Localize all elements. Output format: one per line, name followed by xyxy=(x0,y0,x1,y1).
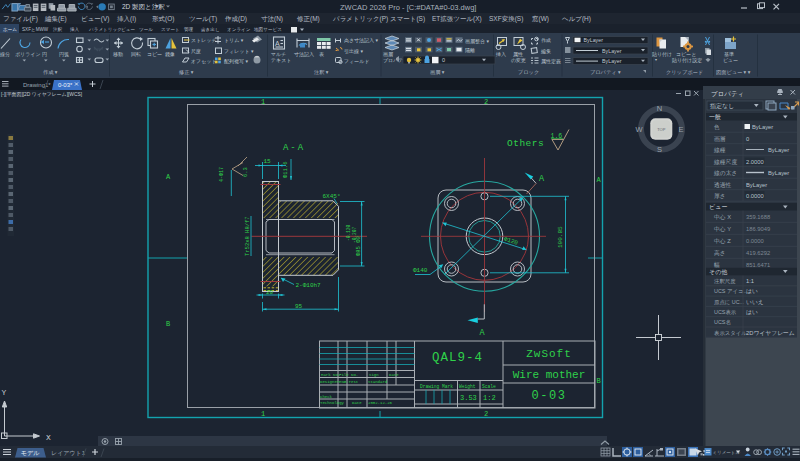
svg-text:一般: 一般 xyxy=(709,114,721,121)
svg-text:2002-12-26: 2002-12-26 xyxy=(368,401,393,405)
svg-text:コピーと: コピーと xyxy=(676,50,696,56)
svg-text:6.3: 6.3 xyxy=(242,167,249,177)
svg-text:N: N xyxy=(657,104,662,113)
svg-text:A: A xyxy=(596,176,601,184)
svg-text:画層整合 ▾: 画層整合 ▾ xyxy=(465,37,489,44)
svg-text:Wire mother: Wire mother xyxy=(513,369,586,381)
svg-text:A: A xyxy=(539,174,545,184)
svg-text:移動: 移動 xyxy=(113,50,123,57)
svg-text:線種: 線種 xyxy=(713,147,726,154)
svg-text:フィレット ▾: フィレット ▾ xyxy=(224,47,254,53)
svg-text:1:1: 1:1 xyxy=(746,278,754,284)
svg-text:ENG-Test: ENG-Test xyxy=(339,380,358,384)
svg-text:2: 2 xyxy=(484,98,488,106)
svg-text:0: 0 xyxy=(442,57,445,63)
svg-text:ByLayer: ByLayer xyxy=(584,37,604,43)
svg-text:尺度: 尺度 xyxy=(191,47,201,54)
svg-text:引出線 ▾: 引出線 ▾ xyxy=(344,47,363,54)
svg-text:コピー: コピー xyxy=(147,50,162,56)
svg-text:属性定義: 属性定義 xyxy=(541,57,561,64)
svg-text:3.53: 3.53 xyxy=(460,394,477,402)
svg-text:線種尺度: 線種尺度 xyxy=(713,159,737,166)
svg-text:画層 ▾: 画層 ▾ xyxy=(430,68,445,75)
svg-text:Sign: Sign xyxy=(369,373,379,377)
svg-text:A: A xyxy=(166,173,171,181)
svg-text:透過性: 透過性 xyxy=(714,181,732,188)
svg-text:いいえ: いいえ xyxy=(746,299,764,306)
svg-text:高さ: 高さ xyxy=(714,250,726,256)
svg-text:Drawing Mark: Drawing Mark xyxy=(420,384,453,389)
svg-text:注釈 ▾: 注釈 ▾ xyxy=(314,68,329,74)
svg-text:円: 円 xyxy=(42,50,47,56)
svg-text:[-][平面図][2D ワイヤフレーム][WCS]: [-][平面図][2D ワイヤフレーム][WCS] xyxy=(1,91,83,98)
svg-text:S: S xyxy=(657,145,662,154)
svg-text:100.85: 100.85 xyxy=(557,226,564,248)
svg-text:挿入: 挿入 xyxy=(495,50,506,56)
svg-text:レイアウト1: レイアウト1 xyxy=(51,450,86,456)
svg-text:Weight: Weight xyxy=(459,384,476,389)
svg-text:B: B xyxy=(596,377,600,385)
svg-text:ByLayer: ByLayer xyxy=(746,182,767,188)
svg-text:修正 ▾: 修正 ▾ xyxy=(178,68,194,74)
svg-text:フィールド: フィールド xyxy=(344,57,369,63)
svg-text:図面ビュー ▾ ▾: 図面ビュー ▾ ▾ xyxy=(716,68,751,74)
svg-text:原点に UC...: 原点に UC... xyxy=(714,299,744,305)
svg-text:貼り付け設定: 貼り付け設定 xyxy=(672,57,702,64)
svg-text:Φ11.6: Φ11.6 xyxy=(282,161,289,178)
svg-text:マルチ: マルチ xyxy=(271,50,286,56)
svg-text:2Dワイヤフレーム: 2Dワイヤフレーム xyxy=(746,330,795,336)
svg-text:テキスト: テキスト xyxy=(271,57,291,63)
svg-text:851.6471: 851.6471 xyxy=(746,262,770,268)
svg-text:▾: ▾ xyxy=(655,56,657,61)
svg-text:Others: Others xyxy=(507,138,544,149)
svg-text:寸法記入: 寸法記入 xyxy=(294,50,314,57)
svg-text:Date: Date xyxy=(352,401,362,405)
svg-text:Check: Check xyxy=(320,395,333,399)
svg-text:ZwSoft: ZwSoft xyxy=(526,348,572,360)
svg-text:-0.120: -0.120 xyxy=(346,224,351,241)
svg-text:回転: 回転 xyxy=(131,50,141,57)
svg-text:6X45°: 6X45° xyxy=(323,193,341,200)
svg-text:基準: 基準 xyxy=(724,50,734,56)
svg-text:中心 X: 中心 X xyxy=(714,214,731,220)
svg-text:4-Φ17: 4-Φ17 xyxy=(219,167,225,182)
svg-text:ポリライン: ポリライン xyxy=(15,50,41,56)
svg-text:20: 20 xyxy=(266,289,274,296)
svg-text:ByLayer: ByLayer xyxy=(602,58,622,64)
svg-text:クリップボード: クリップボード xyxy=(666,68,703,74)
svg-text:File NO.: File NO. xyxy=(339,373,358,377)
svg-text:円弧: 円弧 xyxy=(59,50,69,56)
svg-text:指定なし: 指定なし xyxy=(709,102,734,110)
svg-text:属性: 属性 xyxy=(513,50,523,56)
svg-text:1: 1 xyxy=(261,98,265,106)
svg-text:鏡像: 鏡像 xyxy=(165,50,175,57)
svg-text:Mark NO.: Mark NO. xyxy=(321,373,340,377)
svg-text:E: E xyxy=(678,125,683,134)
svg-text:2.0000: 2.0000 xyxy=(746,159,764,165)
svg-text:ビュー: ビュー xyxy=(723,57,738,63)
svg-text:画層: 画層 xyxy=(383,50,393,56)
svg-text:Date: Date xyxy=(389,373,399,377)
svg-text:0-03: 0-03 xyxy=(532,389,567,403)
svg-text:線の太さ: 線の太さ xyxy=(713,170,737,176)
svg-text:色: 色 xyxy=(714,124,720,130)
svg-text:中心 Y: 中心 Y xyxy=(714,226,731,232)
svg-text:ByLayer: ByLayer xyxy=(602,47,622,53)
svg-text:ByLayer: ByLayer xyxy=(752,124,773,130)
svg-text:A: A xyxy=(480,328,486,338)
svg-text:Technology: Technology xyxy=(320,401,345,405)
svg-text:2: 2 xyxy=(484,410,488,418)
svg-text:モデル: モデル xyxy=(21,450,40,456)
svg-text:注釈尺度: 注釈尺度 xyxy=(714,278,736,285)
svg-text:Standard: Standard xyxy=(368,380,388,384)
svg-text:プロパティ: プロパティ xyxy=(711,90,744,97)
svg-text:配列複写 ▾: 配列複写 ▾ xyxy=(224,57,248,64)
svg-text:-0.207: -0.207 xyxy=(352,226,357,243)
svg-text:ビュー: ビュー xyxy=(709,204,727,210)
svg-text:画層: 画層 xyxy=(714,135,726,143)
svg-text:UCS表示: UCS表示 xyxy=(714,309,737,315)
svg-text:UCS名: UCS名 xyxy=(714,319,731,325)
svg-text:はい: はい xyxy=(746,309,758,316)
svg-text:95: 95 xyxy=(295,303,303,310)
svg-text:はい: はい xyxy=(746,288,758,295)
